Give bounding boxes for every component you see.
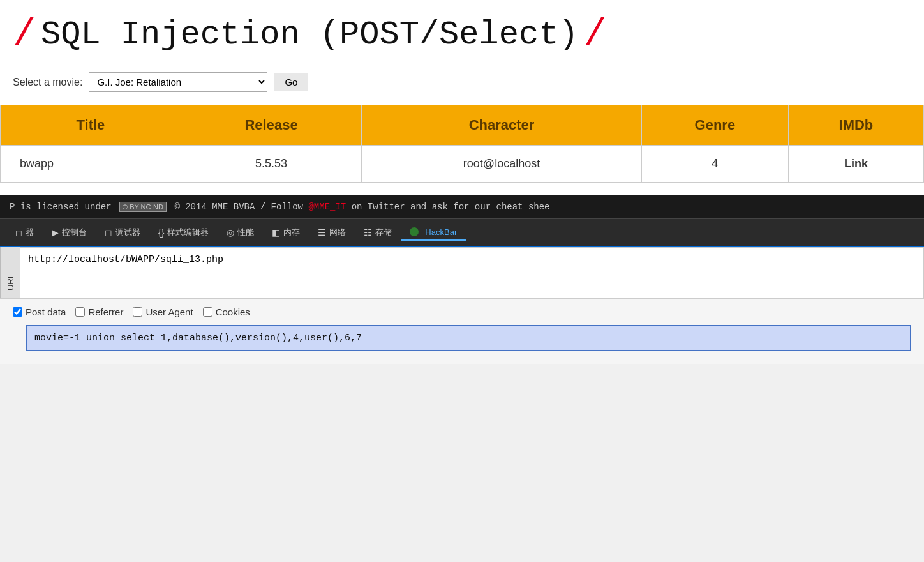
data-table: Title Release Character Genre IMDb bwapp…: [0, 105, 924, 183]
footer-text-after: © 2014 MME BVBA / Follow: [174, 202, 308, 212]
tab-hackbar[interactable]: HackBar: [401, 225, 466, 241]
checkbox-post-data[interactable]: [13, 307, 22, 317]
performance-icon: ◎: [227, 227, 234, 238]
cc-badge: © BY-NC-ND: [119, 202, 167, 212]
hackbar-url-label: URL: [0, 247, 20, 298]
footer-text-before: P is licensed under: [10, 202, 117, 212]
checkbox-cookies-label[interactable]: Cookies: [203, 307, 250, 317]
tab-network-label: 网络: [329, 227, 346, 238]
hackbar-checkboxes: Post data Referrer User Agent Cookies: [0, 299, 924, 325]
tab-storage-label: 存储: [375, 227, 392, 238]
tab-icon-truncated: ◻: [15, 228, 22, 238]
hackbar-container: URL http://localhost/bWAPP/sqli_13.php: [0, 247, 924, 299]
page-title: / SQL Injection (POST/Select) /: [13, 13, 911, 56]
col-title: Title: [1, 105, 181, 146]
table-header-row: Title Release Character Genre IMDb: [1, 105, 924, 146]
hackbar-url-row: URL http://localhost/bWAPP/sqli_13.php: [0, 247, 924, 299]
tab-network[interactable]: ☰ 网络: [309, 224, 355, 241]
storage-icon: ☷: [364, 227, 372, 238]
hackbar-dot-icon: [410, 227, 419, 236]
cell-imdb[interactable]: Link: [788, 146, 923, 183]
table-row: bwapp 5.5.53 root@localhost 4 Link: [1, 146, 924, 183]
table-container: Title Release Character Genre IMDb bwapp…: [0, 105, 924, 195]
checkbox-user-agent-label[interactable]: User Agent: [133, 307, 193, 317]
cell-title: bwapp: [1, 146, 181, 183]
col-release: Release: [181, 105, 361, 146]
tab-style-editor[interactable]: {} 样式编辑器: [149, 224, 218, 241]
movie-selector: Select a movie: G.I. Joe: Retaliation Ir…: [0, 63, 924, 105]
mme-link[interactable]: @MME_IT: [308, 202, 346, 212]
tab-style-editor-label: 样式编辑器: [167, 227, 209, 238]
checkbox-referrer[interactable]: [75, 307, 85, 317]
hackbar-url-input[interactable]: http://localhost/bWAPP/sqli_13.php: [20, 247, 924, 298]
go-button[interactable]: Go: [274, 73, 308, 91]
movie-selector-label: Select a movie:: [13, 77, 82, 88]
network-icon: ☰: [318, 227, 326, 238]
debugger-icon: ◻: [105, 227, 112, 238]
tab-label-truncated: 器: [26, 227, 34, 238]
cell-character: root@localhost: [362, 146, 642, 183]
tab-memory[interactable]: ◧ 内存: [263, 224, 309, 241]
checkbox-user-agent-text: User Agent: [145, 307, 193, 317]
tab-memory-label: 内存: [283, 227, 300, 238]
tab-storage[interactable]: ☷ 存储: [355, 224, 401, 241]
hackbar-postdata: movie=-1 union select 1,database(),versi…: [0, 325, 924, 364]
checkbox-cookies-text: Cookies: [216, 307, 250, 317]
slash-left-icon: /: [13, 13, 36, 56]
tab-console[interactable]: ▶ 控制台: [43, 224, 96, 241]
checkbox-referrer-label[interactable]: Referrer: [75, 307, 123, 317]
tab-truncated[interactable]: ◻ 器: [6, 224, 43, 241]
tab-debugger[interactable]: ◻ 调试器: [96, 224, 149, 241]
checkbox-referrer-text: Referrer: [88, 307, 123, 317]
col-imdb: IMDb: [788, 105, 923, 146]
movie-select[interactable]: G.I. Joe: Retaliation Iron Man The Dark …: [89, 72, 267, 92]
tab-performance-label: 性能: [237, 227, 254, 238]
tab-performance[interactable]: ◎ 性能: [218, 224, 263, 241]
style-editor-icon: {}: [158, 227, 164, 238]
memory-icon: ◧: [272, 227, 280, 238]
cell-release: 5.5.53: [181, 146, 361, 183]
tab-hackbar-label: HackBar: [425, 227, 457, 237]
col-character: Character: [362, 105, 642, 146]
page-header: / SQL Injection (POST/Select) /: [0, 0, 924, 63]
hackbar-post-data-input[interactable]: movie=-1 union select 1,database(),versi…: [26, 325, 911, 351]
col-genre: Genre: [641, 105, 788, 146]
imdb-link[interactable]: Link: [844, 157, 868, 170]
checkbox-post-data-label[interactable]: Post data: [13, 307, 66, 317]
footer-text-end: on Twitter and ask for our cheat shee: [352, 202, 550, 212]
checkbox-post-data-text: Post data: [26, 307, 66, 317]
tab-debugger-label: 调试器: [116, 227, 140, 238]
tab-console-label: 控制台: [62, 227, 87, 238]
footer-bar: P is licensed under © BY-NC-ND © 2014 MM…: [0, 195, 924, 218]
devtools-bar: ◻ 器 ▶ 控制台 ◻ 调试器 {} 样式编辑器 ◎ 性能 ◧ 内存 ☰ 网络 …: [0, 218, 924, 247]
slash-right-icon: /: [584, 13, 607, 56]
cell-genre: 4: [641, 146, 788, 183]
checkbox-user-agent[interactable]: [133, 307, 142, 317]
console-icon: ▶: [52, 227, 59, 238]
checkbox-cookies[interactable]: [203, 307, 212, 317]
page-title-text: SQL Injection (POST/Select): [41, 16, 579, 54]
